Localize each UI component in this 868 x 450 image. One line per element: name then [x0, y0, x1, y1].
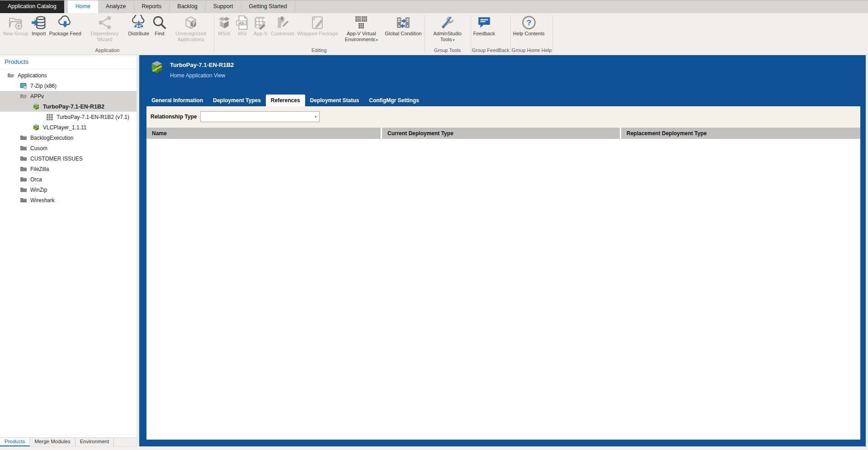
ribbon-button-adminstudio-tools[interactable]: AdminStudio Tools▾	[425, 14, 470, 43]
folder-closed-icon	[20, 134, 27, 142]
ribbon-button-app-v-virtual-environments[interactable]: App-V Virtual Environments▾	[339, 14, 383, 43]
menu-tab-getting-started[interactable]: Getting Started	[241, 0, 295, 13]
ribbon-button-label: Global Condition	[385, 31, 421, 36]
bottom-tab-products[interactable]: Products	[0, 438, 30, 446]
ribbon-button-dependency-wizard: Dependency Wizard	[83, 14, 127, 43]
ribbon-button-package-feed[interactable]: Package Feed	[48, 14, 83, 37]
ribbon-button-label: Package Feed	[49, 31, 81, 36]
column-header-name[interactable]: Name	[146, 128, 381, 139]
feedback-bubble-icon	[476, 15, 492, 30]
bottom-tab-merge-modules[interactable]: Merge Modules	[30, 438, 75, 446]
application-package-icon	[150, 61, 164, 74]
ribbon-button-label: AdminStudio Tools	[433, 31, 461, 42]
relationship-type-combobox[interactable]: ▾	[200, 111, 320, 122]
distribute-cloud-icon	[131, 15, 146, 30]
tree-item-customer-issues[interactable]: CUSTOMER ISSUES	[0, 153, 137, 164]
tree-item-filezilla[interactable]: FileZilla	[0, 164, 137, 174]
application-view-tabs: General InformationDeployment TypesRefer…	[146, 94, 860, 106]
menu-tab-analyze[interactable]: Analyze	[98, 0, 134, 13]
ribbon-group-label: Group FeedBack	[472, 47, 509, 55]
ribbon-button-customize: Customize	[269, 14, 296, 37]
folder-closed-icon	[20, 166, 27, 173]
ribbon-group-label: Application	[2, 47, 213, 55]
ribbon-group-label: Group Tools	[425, 47, 470, 55]
ribbon-button-app-v: App-V	[251, 14, 269, 37]
tree-item-7-zip-x86[interactable]: 7-Zip (x86)	[0, 81, 137, 91]
tree-item-label: Cusom	[30, 145, 47, 152]
ribbon-button-find[interactable]: Find	[151, 14, 169, 37]
menu-tab-support[interactable]: Support	[206, 0, 241, 13]
bottom-tab-environment[interactable]: Environment	[75, 438, 114, 446]
folder-closed-icon	[20, 197, 27, 204]
ribbon-button-distribute[interactable]: Distribute	[127, 14, 151, 37]
folder-closed-icon	[20, 145, 27, 152]
status-bar	[0, 446, 868, 450]
ribbon-group-group-tools: AdminStudio Tools▾Group Tools	[425, 13, 470, 55]
ribbon-group-separator	[471, 15, 471, 53]
ribbon-button-msix: MSIX	[215, 14, 233, 37]
tree-item-label: 7-Zip (x86)	[30, 83, 57, 89]
svg-text:?: ?	[526, 19, 531, 27]
menu-tab-home[interactable]: Home	[68, 0, 98, 13]
tree-item-label: Wireshark	[30, 197, 55, 204]
view-tab-deployment-types[interactable]: Deployment Types	[208, 95, 266, 106]
folder-closed-icon	[20, 155, 27, 162]
msi-document-icon: MSI	[235, 15, 250, 30]
application-window: Application CatalogHomeAnalyzeReportsBac…	[0, 0, 868, 450]
chevron-down-icon[interactable]: ▾	[315, 114, 320, 119]
view-tab-configmgr-settings[interactable]: ConfigMgr Settings	[364, 95, 424, 106]
find-magnifier-icon	[152, 15, 167, 30]
ribbon-button-label: Distribute	[128, 31, 149, 36]
sidebar-bottom-tabs: ProductsMerge ModulesEnvironment	[0, 437, 137, 446]
tree-item-turbopay-7-1-en-r1b2-v7-1[interactable]: TurboPay-7.1-EN-R1B2 (v7.1)	[0, 112, 137, 122]
tree-item-label: TurboPay-7.1-EN-R1B2	[43, 104, 104, 110]
tree-item-turbopay-7-1-en-r1b2[interactable]: TurboPay-7.1-EN-R1B2	[0, 101, 137, 112]
tree-item-winzip[interactable]: WinZip	[0, 185, 137, 195]
svg-text:?: ?	[192, 22, 195, 27]
ribbon-button-import[interactable]: Import	[30, 14, 48, 37]
references-table-body	[146, 139, 860, 440]
ribbon-button-label: Dependency Wizard	[91, 31, 119, 42]
tree-item-cusom[interactable]: Cusom	[0, 143, 137, 153]
tree-item-vlcplayer-1-1-11[interactable]: VLCPlayer_1.1.11	[0, 122, 137, 133]
ribbon-button-label: New Group	[3, 31, 28, 36]
tree-item-label: Applications	[18, 72, 47, 79]
ribbon-group-group-home-help: ?Help ContentsGroup Home Help	[512, 13, 552, 55]
tree-item-applications[interactable]: Applications	[0, 70, 137, 81]
ribbon-button-new-group: New Group	[2, 14, 30, 37]
ribbon-button-feedback[interactable]: Feedback	[472, 14, 496, 37]
dropdown-caret-icon: ▾	[453, 38, 455, 42]
ribbon-group-separator	[510, 15, 511, 53]
column-header-current-deployment-type[interactable]: Current Deployment Type	[382, 128, 620, 139]
ribbon-group-label: Group Home Help	[512, 47, 552, 55]
help-contents-icon: ?	[521, 15, 537, 30]
folder-closed-icon	[20, 176, 27, 183]
ribbon-group-separator	[214, 15, 214, 53]
application-title: TurboPay-7.1-EN-R1B2	[170, 62, 234, 68]
tree-item-wireshark[interactable]: Wireshark	[0, 195, 137, 205]
customize-pencil-icon	[275, 15, 290, 30]
menu-tab-backlog[interactable]: Backlog	[170, 0, 205, 13]
view-tab-deployment-status[interactable]: Deployment Status	[305, 95, 364, 106]
ribbon-button-help-contents[interactable]: ?Help Contents	[512, 14, 546, 37]
ribbon-group-separator	[552, 15, 553, 53]
column-header-replacement-deployment-type[interactable]: Replacement Deployment Type	[621, 128, 860, 139]
import-database-icon	[31, 15, 47, 30]
dropdown-caret-icon: ▾	[376, 38, 378, 42]
folder-open-icon	[20, 93, 27, 100]
app-7zip-icon	[20, 82, 27, 90]
msix-box-icon	[217, 15, 232, 30]
view-tab-general-information[interactable]: General Information	[146, 95, 208, 106]
view-tab-references[interactable]: References	[266, 95, 305, 106]
svg-text:MSI: MSI	[238, 21, 244, 25]
tree-item-label: BacklogExecution	[30, 135, 73, 141]
menu-tab-application-catalog[interactable]: Application Catalog	[0, 0, 64, 13]
references-table-header: NameCurrent Deployment TypeReplacement D…	[146, 128, 860, 139]
ribbon-group-editing: MSIXMSIMSIApp-VCustomizeWrapped PackageA…	[215, 13, 423, 55]
menu-tab-reports[interactable]: Reports	[134, 0, 170, 13]
package-green-icon	[33, 124, 40, 131]
tree-item-appv[interactable]: APPv	[0, 91, 137, 101]
tree-item-orca[interactable]: Orca	[0, 174, 137, 185]
ribbon-button-global-condition[interactable]: Global Condition	[383, 14, 423, 37]
tree-item-backlogexecution[interactable]: BacklogExecution	[0, 133, 137, 143]
